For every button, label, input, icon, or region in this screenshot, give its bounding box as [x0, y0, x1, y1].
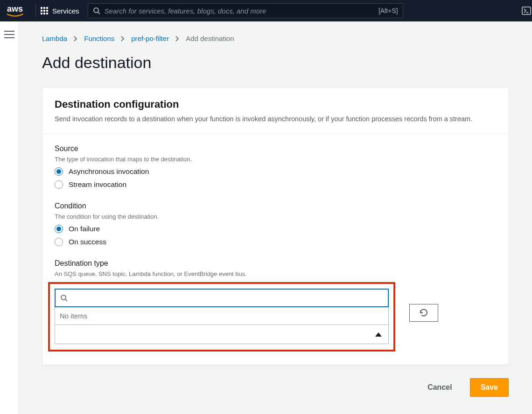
refresh-icon: [419, 308, 428, 317]
chevron-right-icon: [121, 36, 125, 41]
condition-label: Condition: [55, 202, 496, 210]
breadcrumb-functions[interactable]: Functions: [84, 34, 114, 42]
search-icon: [60, 294, 68, 302]
config-panel: Destination configuration Send invocatio…: [42, 88, 509, 365]
save-label: Save: [481, 383, 498, 392]
chevron-right-icon: [175, 36, 179, 41]
top-nav: aws Services [Alt+S]: [0, 0, 532, 21]
form-actions: Cancel Save: [42, 378, 509, 397]
radio-icon: [55, 180, 63, 189]
breadcrumb-function-name[interactable]: pref-po-filter: [131, 34, 169, 42]
svg-line-1: [98, 12, 100, 14]
cloudshell-icon[interactable]: [522, 7, 531, 15]
save-button[interactable]: Save: [470, 378, 509, 397]
page-title: Add destination: [42, 54, 509, 72]
condition-radio-failure[interactable]: On failure: [55, 225, 496, 233]
cancel-label: Cancel: [427, 383, 452, 392]
destination-type-dropdown: No items: [55, 307, 389, 344]
source-field: Source The type of invocation that maps …: [55, 145, 496, 189]
services-menu-button[interactable]: Services: [41, 7, 79, 15]
source-radio-async[interactable]: Asynchronous invocation: [55, 167, 496, 176]
source-option-label: Asynchronous invocation: [69, 167, 149, 176]
panel-header: Destination configuration Send invocatio…: [42, 88, 508, 134]
condition-field: Condition The condition for using the de…: [55, 202, 496, 246]
condition-option-label: On success: [69, 238, 106, 246]
aws-smile-icon: [7, 14, 23, 17]
svg-point-4: [61, 295, 66, 300]
global-search[interactable]: [Alt+S]: [88, 3, 403, 18]
destination-type-search[interactable]: [55, 289, 389, 307]
search-icon: [93, 7, 100, 14]
source-label: Source: [55, 145, 496, 153]
main-content: Lambda Functions pref-po-filter Add dest…: [19, 21, 532, 414]
refresh-button[interactable]: [409, 304, 438, 322]
svg-point-0: [94, 8, 98, 13]
triangle-up-icon: [375, 332, 382, 337]
grid-icon: [41, 7, 48, 14]
left-rail: [0, 21, 19, 414]
breadcrumb-lambda[interactable]: Lambda: [42, 34, 67, 42]
breadcrumb-current: Add destination: [186, 34, 234, 42]
source-option-label: Stream invocation: [69, 180, 126, 189]
services-label: Services: [52, 7, 79, 15]
nav-divider: [35, 4, 36, 17]
destination-type-search-input[interactable]: [71, 294, 383, 302]
source-radio-stream[interactable]: Stream invocation: [55, 180, 496, 189]
destination-type-field: Destination type An SQS queue, SNS topic…: [55, 259, 496, 352]
hamburger-menu-icon[interactable]: [4, 31, 14, 38]
aws-logo-text: aws: [7, 5, 23, 13]
panel-description: Send invocation records to a destination…: [55, 115, 496, 123]
destination-type-desc: An SQS queue, SNS topic, Lambda function…: [55, 270, 496, 277]
condition-option-label: On failure: [69, 225, 100, 233]
global-search-input[interactable]: [105, 7, 375, 15]
panel-title: Destination configuration: [55, 98, 496, 110]
highlight-box: No items: [48, 282, 395, 352]
radio-icon: [55, 225, 63, 233]
radio-icon: [55, 167, 63, 176]
search-shortcut-hint: [Alt+S]: [378, 7, 398, 14]
dropdown-no-items: No items: [55, 307, 388, 325]
destination-type-label: Destination type: [55, 259, 496, 268]
cancel-button[interactable]: Cancel: [417, 378, 462, 397]
radio-icon: [55, 238, 63, 246]
destination-type-select[interactable]: [55, 325, 388, 344]
breadcrumb: Lambda Functions pref-po-filter Add dest…: [42, 34, 509, 42]
chevron-right-icon: [74, 36, 77, 41]
condition-radio-success[interactable]: On success: [55, 238, 496, 246]
svg-line-5: [65, 299, 67, 301]
condition-desc: The condition for using the destination.: [55, 213, 496, 220]
aws-logo[interactable]: aws: [7, 5, 23, 17]
source-desc: The type of invocation that maps to the …: [55, 156, 496, 163]
